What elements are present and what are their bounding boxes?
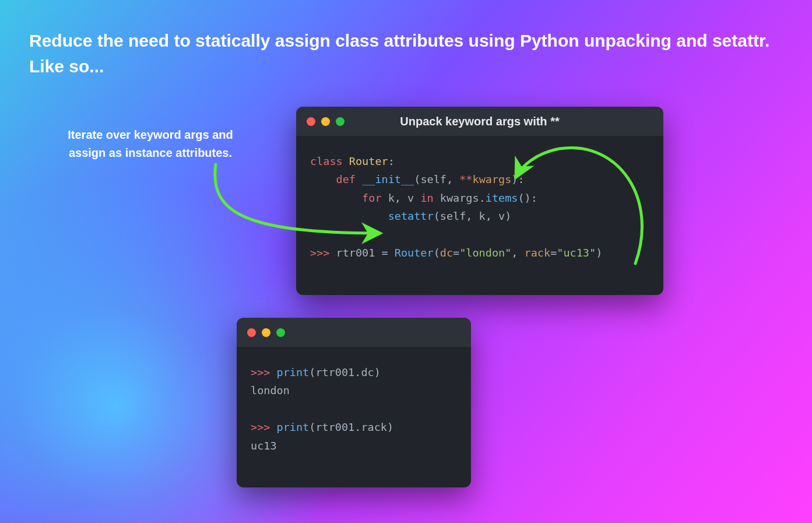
kwargs-ref: kwargs: [440, 192, 479, 204]
maximize-icon: [276, 328, 285, 337]
kw-for: for: [362, 192, 381, 204]
init-dunder: __init__: [362, 173, 414, 185]
router-call: Router: [395, 247, 434, 259]
k-arg: k: [479, 210, 486, 222]
close-icon: [307, 117, 315, 126]
code-block-output: >>> print(rtr001.dc) london >>> print(rt…: [237, 347, 471, 469]
rtr-var: rtr001: [336, 247, 375, 259]
page-title: Reduce the need to statically assign cla…: [29, 28, 777, 79]
close-icon: [247, 328, 256, 337]
eq: =: [382, 247, 388, 259]
class-name: Router: [349, 155, 388, 167]
setattr-call: setattr: [388, 210, 434, 222]
window-title: Unpack keyword args with **: [400, 115, 559, 128]
paren: (: [414, 173, 420, 185]
rtr-ref: rtr001: [315, 421, 354, 433]
dot: .: [354, 421, 361, 433]
attr-dc: dc: [361, 366, 374, 378]
arg-dc: dc: [440, 247, 453, 259]
double-star: **: [459, 173, 472, 185]
colon: :: [518, 173, 524, 185]
str-london: "london": [459, 247, 511, 259]
repl-prompt: >>>: [251, 421, 270, 433]
code-block-class-def: class Router: def __init__(self, **kwarg…: [296, 136, 663, 276]
comma: ,: [466, 210, 479, 222]
comma: ,: [486, 210, 498, 222]
window-titlebar: Unpack keyword args with **: [296, 107, 663, 136]
parens: ():: [518, 192, 537, 204]
v-arg: v: [498, 210, 505, 222]
str-uc13: "uc13": [557, 247, 596, 259]
comma: ,: [511, 247, 524, 259]
paren: (: [434, 210, 440, 222]
comma: ,: [447, 173, 459, 185]
window-titlebar: [237, 318, 471, 347]
rtr-ref: rtr001: [315, 366, 354, 378]
dot: .: [479, 192, 486, 204]
minimize-icon: [321, 117, 330, 126]
maximize-icon: [336, 117, 345, 126]
repl-prompt: >>>: [310, 247, 329, 259]
paren: (: [309, 421, 315, 433]
self-param: self: [420, 173, 447, 185]
kw-in: in: [420, 192, 433, 204]
attr-rack: rack: [361, 421, 387, 433]
output-london: london: [251, 384, 290, 396]
arg-rack: rack: [525, 247, 551, 259]
comma: ,: [395, 192, 407, 204]
paren-close: ): [374, 366, 381, 378]
self-arg: self: [440, 210, 466, 222]
repl-prompt: >>>: [251, 366, 270, 378]
caption-text: Iterate over keyword args and assign as …: [51, 126, 249, 162]
kw-class: class: [310, 155, 343, 167]
paren-close: ): [505, 210, 511, 222]
minimize-icon: [262, 328, 270, 337]
traffic-lights: [247, 328, 285, 337]
dot: .: [354, 366, 361, 378]
paren-close: ): [511, 173, 518, 185]
output-uc13: uc13: [251, 440, 277, 452]
items-call: items: [486, 192, 518, 204]
var-k: k: [388, 192, 395, 204]
code-window-1: Unpack keyword args with ** class Router…: [296, 107, 663, 295]
print-call: print: [277, 366, 310, 378]
paren: (: [309, 366, 315, 378]
paren-close: ): [387, 421, 393, 433]
code-window-2: >>> print(rtr001.dc) london >>> print(rt…: [237, 318, 471, 487]
colon: :: [388, 155, 395, 167]
kw-def: def: [336, 173, 356, 185]
var-v: v: [407, 192, 414, 204]
eq: =: [453, 247, 459, 259]
print-call: print: [277, 421, 310, 433]
paren-close: ): [596, 247, 602, 259]
traffic-lights: [307, 117, 345, 126]
kwargs-param: kwargs: [473, 173, 512, 185]
eq: =: [550, 247, 557, 259]
paren: (: [434, 247, 440, 259]
